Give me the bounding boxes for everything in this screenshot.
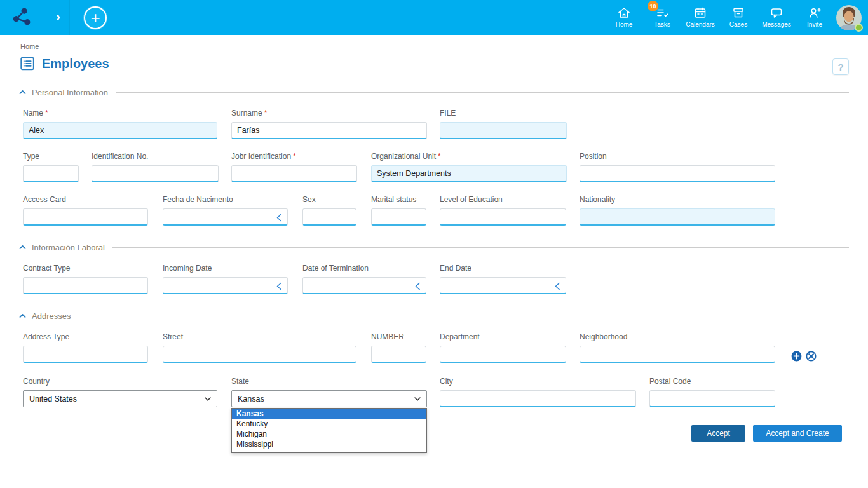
position-label: Position: [580, 152, 775, 161]
state-option-michigan[interactable]: Michigan: [232, 429, 426, 439]
field-identification-no: Identification No.: [92, 152, 219, 182]
contract-type-input[interactable]: [23, 277, 148, 294]
form-row: Address Type Street NUMBER Department Ne…: [23, 332, 849, 363]
field-organizational-unit: Organizational Unit*: [371, 152, 567, 182]
incoming-date-input[interactable]: [163, 277, 288, 294]
level-of-education-label: Level of Education: [440, 195, 566, 204]
help-button[interactable]: ?: [832, 58, 849, 75]
tasks-count-badge: 10: [648, 1, 658, 11]
fecha-de-nacimento-input[interactable]: [163, 208, 288, 226]
nav-messages[interactable]: Messages: [757, 0, 796, 35]
field-type: Type: [23, 152, 79, 182]
surname-input[interactable]: [231, 122, 427, 139]
marital-status-label: Marital status: [371, 195, 426, 204]
state-option-kentucky[interactable]: Kentucky: [232, 419, 426, 429]
calendar-chevron-icon[interactable]: [554, 281, 560, 293]
new-case-button[interactable]: +: [84, 6, 107, 29]
messages-icon: [770, 6, 783, 20]
date-of-termination-label: Date of Termination: [302, 264, 426, 273]
number-label: NUMBER: [371, 332, 426, 341]
field-level-of-education: Level of Education: [440, 195, 566, 226]
app-logo[interactable]: ›: [0, 0, 70, 35]
select-caret-icon: [414, 397, 421, 401]
section-divider: [78, 316, 849, 316]
access-card-input[interactable]: [23, 208, 148, 226]
city-label: City: [440, 377, 636, 386]
incoming-date-label: Incoming Date: [163, 264, 288, 273]
calendar-chevron-icon[interactable]: [276, 281, 282, 293]
nationality-input[interactable]: [580, 208, 775, 226]
field-contract-type: Contract Type: [23, 264, 148, 294]
date-picker: [163, 208, 288, 226]
address-type-input[interactable]: [23, 346, 148, 363]
section-title: Personal Information: [32, 88, 108, 97]
state-option-kansas[interactable]: Kansas: [232, 409, 426, 419]
nav-invite[interactable]: Invite: [796, 0, 834, 35]
form-row: Access Card Fecha de Nacimento Sex Marit…: [23, 195, 849, 226]
organizational-unit-input[interactable]: [371, 165, 567, 182]
organizational-unit-label: Organizational Unit*: [371, 152, 567, 161]
country-select[interactable]: United States: [23, 390, 217, 407]
calendar-chevron-icon[interactable]: [414, 281, 421, 293]
state-label: State: [231, 377, 427, 386]
home-icon: [617, 6, 631, 20]
section-divider: [112, 247, 849, 248]
section-divider: [116, 92, 849, 93]
contract-type-label: Contract Type: [23, 264, 148, 273]
postal-code-input[interactable]: [649, 390, 775, 407]
field-name: Name*: [23, 109, 217, 139]
field-street: Street: [163, 332, 356, 363]
end-date-input[interactable]: [440, 277, 566, 294]
nav-invite-label: Invite: [807, 21, 822, 28]
surname-label: Surname*: [231, 109, 427, 118]
type-input[interactable]: [23, 165, 79, 182]
level-of-education-input[interactable]: [440, 208, 566, 226]
identification-no-input[interactable]: [92, 165, 219, 182]
end-date-label: End Date: [440, 264, 566, 273]
city-input[interactable]: [440, 390, 636, 407]
collapse-chevron-icon[interactable]: [19, 313, 26, 318]
field-incoming-date: Incoming Date: [163, 264, 288, 294]
state-dropdown-list: Kansas Kentucky Michigan Mississippi: [231, 408, 427, 453]
field-country: Country United States: [23, 377, 217, 407]
accept-button[interactable]: Accept: [691, 425, 745, 442]
expand-arrow[interactable]: ›: [56, 9, 60, 25]
accept-and-create-button[interactable]: Accept and Create: [753, 425, 842, 442]
add-address-icon[interactable]: [791, 351, 802, 362]
position-input[interactable]: [580, 165, 775, 182]
user-avatar[interactable]: [836, 5, 862, 30]
nav-tasks[interactable]: 10 Tasks: [643, 0, 681, 35]
file-label: FILE: [440, 109, 567, 118]
marital-status-input[interactable]: [371, 208, 426, 226]
employees-form-icon: [19, 55, 36, 72]
number-input[interactable]: [371, 346, 426, 363]
section-informacion-laboral: Información Laboral: [19, 242, 849, 252]
title-row: Employees: [19, 53, 849, 74]
state-select[interactable]: Kansas: [231, 390, 427, 407]
nav-cases[interactable]: Cases: [719, 0, 757, 35]
field-city: City: [440, 377, 636, 407]
remove-address-icon[interactable]: [806, 351, 817, 362]
breadcrumb[interactable]: Home: [20, 43, 849, 50]
calendar-chevron-icon[interactable]: [276, 213, 282, 224]
neighborhood-input[interactable]: [580, 346, 775, 363]
field-date-of-termination: Date of Termination: [302, 264, 426, 294]
invite-user-icon: [808, 6, 822, 20]
department-input[interactable]: [440, 346, 566, 363]
department-label: Department: [440, 332, 566, 341]
file-input[interactable]: [440, 122, 567, 139]
street-input[interactable]: [163, 346, 356, 363]
address-row-actions: [791, 349, 817, 363]
field-end-date: End Date: [440, 264, 566, 294]
state-option-mississippi[interactable]: Mississippi: [232, 439, 426, 449]
jobr-identification-input[interactable]: [231, 165, 357, 182]
country-label: Country: [23, 377, 217, 386]
nav-calendars[interactable]: Calendars: [681, 0, 719, 35]
collapse-chevron-icon[interactable]: [19, 90, 26, 95]
name-input[interactable]: [23, 122, 217, 139]
date-of-termination-input[interactable]: [302, 277, 426, 294]
sex-input[interactable]: [302, 208, 356, 226]
field-number: NUMBER: [371, 332, 426, 363]
nav-home[interactable]: Home: [605, 0, 643, 35]
collapse-chevron-icon[interactable]: [19, 245, 26, 250]
